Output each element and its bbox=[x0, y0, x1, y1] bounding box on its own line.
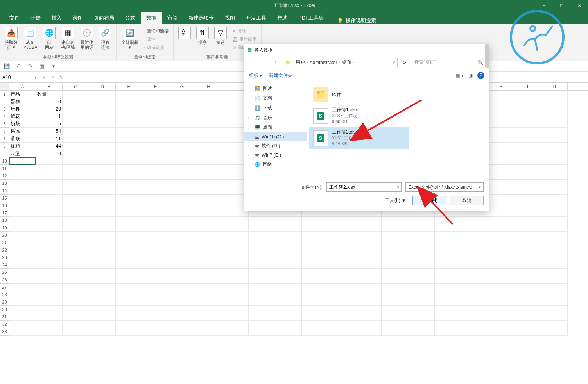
cell[interactable] bbox=[461, 284, 488, 291]
cell[interactable] bbox=[514, 217, 541, 224]
row-header[interactable]: 25 bbox=[0, 269, 9, 276]
cell[interactable] bbox=[275, 291, 302, 298]
cell[interactable] bbox=[514, 313, 541, 321]
cell[interactable] bbox=[249, 313, 275, 321]
cell[interactable] bbox=[488, 328, 514, 336]
row-header[interactable]: 28 bbox=[0, 291, 9, 298]
cancel-button[interactable]: 取消 bbox=[450, 196, 484, 205]
row-header[interactable]: 29 bbox=[0, 298, 9, 306]
cell[interactable] bbox=[142, 269, 169, 276]
cell[interactable] bbox=[89, 165, 116, 172]
cell[interactable] bbox=[249, 269, 275, 276]
cell[interactable] bbox=[9, 224, 36, 232]
cell[interactable] bbox=[488, 306, 514, 313]
col-header[interactable]: H bbox=[195, 83, 222, 90]
cell[interactable] bbox=[541, 98, 568, 105]
cell[interactable] bbox=[488, 120, 514, 128]
cell[interactable] bbox=[9, 239, 36, 246]
cell[interactable] bbox=[435, 224, 461, 232]
cell[interactable] bbox=[36, 284, 63, 291]
cell[interactable] bbox=[302, 217, 328, 224]
cell[interactable] bbox=[408, 291, 435, 298]
cell[interactable] bbox=[169, 143, 195, 150]
cell[interactable] bbox=[328, 284, 355, 291]
cell[interactable] bbox=[355, 306, 382, 313]
cell[interactable] bbox=[222, 269, 249, 276]
save-button[interactable]: 💾 bbox=[2, 62, 11, 71]
cell[interactable] bbox=[142, 232, 169, 239]
cell[interactable] bbox=[36, 313, 63, 321]
cell[interactable] bbox=[222, 298, 249, 306]
cell[interactable] bbox=[461, 261, 488, 269]
cell[interactable] bbox=[142, 224, 169, 232]
cell[interactable] bbox=[541, 291, 568, 298]
sort-button[interactable]: ⇅ 排序 bbox=[195, 26, 210, 46]
cell[interactable] bbox=[63, 105, 89, 113]
cell[interactable] bbox=[328, 313, 355, 321]
cell[interactable] bbox=[541, 128, 568, 135]
cell[interactable] bbox=[461, 224, 488, 232]
nav-back-button[interactable]: ← bbox=[247, 58, 257, 67]
cell[interactable] bbox=[541, 105, 568, 113]
cell[interactable] bbox=[222, 306, 249, 313]
cell[interactable] bbox=[514, 202, 541, 209]
cell[interactable] bbox=[355, 232, 382, 239]
cell[interactable] bbox=[89, 246, 116, 254]
col-header[interactable]: G bbox=[169, 83, 195, 90]
cell[interactable] bbox=[408, 284, 435, 291]
cell[interactable] bbox=[222, 239, 249, 246]
cell[interactable] bbox=[195, 217, 222, 224]
cell[interactable] bbox=[195, 98, 222, 105]
cell[interactable] bbox=[355, 261, 382, 269]
row-header[interactable]: 11 bbox=[0, 165, 9, 172]
redo-button[interactable]: ↷ bbox=[26, 62, 34, 71]
breadcrumb-item[interactable]: 桌面 bbox=[342, 59, 351, 66]
cell[interactable] bbox=[36, 306, 63, 313]
cell[interactable] bbox=[355, 269, 382, 276]
search-input[interactable]: 搜索"桌面" 🔍 bbox=[412, 58, 486, 67]
cell[interactable] bbox=[116, 291, 142, 298]
cell[interactable] bbox=[169, 321, 195, 328]
cell[interactable] bbox=[9, 202, 36, 209]
cell[interactable] bbox=[328, 239, 355, 246]
cell[interactable] bbox=[63, 157, 89, 165]
cell[interactable] bbox=[89, 321, 116, 328]
minimize-button[interactable]: ─ bbox=[535, 0, 553, 11]
breadcrumb-item[interactable]: 用户 bbox=[296, 59, 305, 66]
cell[interactable] bbox=[275, 313, 302, 321]
cell[interactable] bbox=[36, 276, 63, 284]
tree-item[interactable]: ›🌐网络 bbox=[244, 159, 307, 169]
cell[interactable] bbox=[116, 261, 142, 269]
cell[interactable] bbox=[9, 276, 36, 284]
cell[interactable] bbox=[169, 98, 195, 105]
cell[interactable] bbox=[355, 313, 382, 321]
cell[interactable] bbox=[514, 165, 541, 172]
cell[interactable] bbox=[222, 232, 249, 239]
cell[interactable] bbox=[514, 298, 541, 306]
cell[interactable] bbox=[116, 306, 142, 313]
cell[interactable] bbox=[541, 91, 568, 98]
cell[interactable]: 鲜花 bbox=[9, 113, 36, 120]
cell[interactable] bbox=[89, 105, 116, 113]
cell[interactable] bbox=[461, 313, 488, 321]
cell[interactable] bbox=[488, 135, 514, 143]
cell[interactable] bbox=[142, 284, 169, 291]
row-header[interactable]: 23 bbox=[0, 254, 9, 261]
cell[interactable] bbox=[435, 298, 461, 306]
cell[interactable] bbox=[142, 306, 169, 313]
cell[interactable] bbox=[328, 328, 355, 336]
new-folder-button[interactable]: 新建文件夹 bbox=[269, 72, 292, 79]
cell[interactable] bbox=[195, 105, 222, 113]
cell[interactable] bbox=[222, 224, 249, 232]
cell[interactable] bbox=[89, 172, 116, 180]
cell[interactable] bbox=[514, 157, 541, 165]
cell[interactable] bbox=[249, 254, 275, 261]
cell[interactable] bbox=[302, 306, 328, 313]
cell[interactable] bbox=[9, 321, 36, 328]
cell[interactable] bbox=[116, 98, 142, 105]
cell[interactable] bbox=[541, 120, 568, 128]
row-header[interactable]: 3 bbox=[0, 105, 9, 113]
cell[interactable] bbox=[488, 232, 514, 239]
cell[interactable] bbox=[169, 187, 195, 195]
cell[interactable] bbox=[169, 180, 195, 187]
